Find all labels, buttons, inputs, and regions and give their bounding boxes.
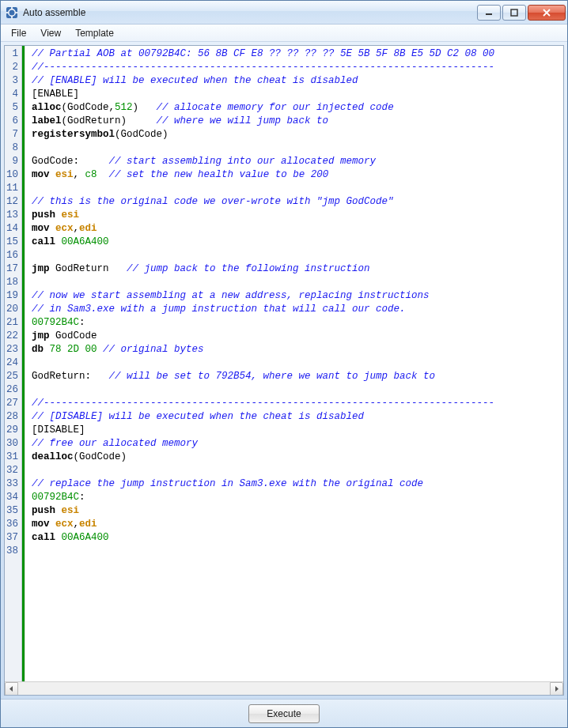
line-number: 35 xyxy=(6,504,18,518)
code-line[interactable]: dealloc(GodCode) xyxy=(32,451,563,464)
line-number: 24 xyxy=(6,356,18,370)
code-line[interactable]: // free our allocated memory xyxy=(32,437,563,451)
code-line[interactable] xyxy=(32,141,563,155)
code-line[interactable]: //--------------------------------------… xyxy=(32,61,563,74)
menu-file[interactable]: File xyxy=(4,25,33,41)
line-number: 11 xyxy=(6,182,18,195)
line-number: 21 xyxy=(6,316,18,330)
app-icon xyxy=(6,6,18,19)
line-number: 27 xyxy=(6,397,18,410)
scroll-left-arrow[interactable] xyxy=(5,682,18,696)
code-line[interactable]: GodCode: // start assembling into our al… xyxy=(32,155,563,168)
code-line[interactable]: jmp GodReturn // jump back to the follow… xyxy=(32,262,563,276)
code-line[interactable]: // in Sam3.exe with a jump instruction t… xyxy=(32,303,563,316)
window-controls xyxy=(475,5,566,21)
code-line[interactable]: [DISABLE] xyxy=(32,424,563,437)
code-line[interactable]: // Partial AOB at 00792B4C: 56 8B CF E8 … xyxy=(32,47,563,61)
footer: Execute xyxy=(1,699,567,727)
line-number: 29 xyxy=(6,424,18,437)
code-line[interactable]: push esi xyxy=(32,504,563,518)
line-number: 17 xyxy=(6,262,18,276)
code-line[interactable] xyxy=(32,182,563,195)
code-line[interactable]: // now we start assembling at a new addr… xyxy=(32,289,563,303)
svg-rect-7 xyxy=(511,9,517,16)
svg-rect-3 xyxy=(11,16,13,18)
code-line[interactable]: GodReturn: // will be set to 792B54, whe… xyxy=(32,370,563,383)
line-number: 1 xyxy=(6,47,18,61)
code-line[interactable]: // this is the original code we over-wro… xyxy=(32,195,563,209)
code-line[interactable] xyxy=(32,383,563,397)
line-number: 38 xyxy=(6,545,18,558)
code-line[interactable]: alloc(GodCode,512) // allocate memory fo… xyxy=(32,101,563,115)
horizontal-scrollbar[interactable] xyxy=(5,681,563,695)
scroll-right-arrow[interactable] xyxy=(550,682,563,696)
line-number: 30 xyxy=(6,437,18,451)
line-number: 14 xyxy=(6,222,18,236)
line-number: 23 xyxy=(6,343,18,356)
menu-view[interactable]: View xyxy=(33,25,68,41)
auto-assemble-window: Auto assemble File View Template 1234567… xyxy=(0,0,568,728)
line-number: 33 xyxy=(6,477,18,491)
line-number: 6 xyxy=(6,115,18,128)
line-number: 19 xyxy=(6,289,18,303)
close-button[interactable] xyxy=(528,5,566,21)
line-number: 5 xyxy=(6,101,18,115)
code-editor[interactable]: // Partial AOB at 00792B4C: 56 8B CF E8 … xyxy=(25,46,563,681)
code-line[interactable] xyxy=(32,545,563,558)
line-number: 9 xyxy=(6,155,18,168)
line-number: 31 xyxy=(6,451,18,464)
titlebar[interactable]: Auto assemble xyxy=(1,1,567,25)
menu-template[interactable]: Template xyxy=(68,25,121,41)
line-number: 16 xyxy=(6,249,18,262)
line-number: 34 xyxy=(6,491,18,504)
line-number: 36 xyxy=(6,518,18,531)
code-line[interactable]: call 00A6A400 xyxy=(32,531,563,545)
window-title: Auto assemble xyxy=(23,7,475,18)
svg-rect-2 xyxy=(11,6,13,9)
line-number: 28 xyxy=(6,410,18,424)
svg-rect-6 xyxy=(486,13,492,15)
code-line[interactable]: db 78 2D 00 // original bytes xyxy=(32,343,563,356)
svg-rect-4 xyxy=(6,12,9,13)
line-number: 2 xyxy=(6,61,18,74)
code-line[interactable]: 00792B4C: xyxy=(32,316,563,330)
code-line[interactable]: push esi xyxy=(32,209,563,222)
line-number: 37 xyxy=(6,531,18,545)
code-line[interactable] xyxy=(32,356,563,370)
code-line[interactable]: // [DISABLE] will be executed when the c… xyxy=(32,410,563,424)
line-number: 7 xyxy=(6,128,18,141)
code-line[interactable]: // replace the jump instruction in Sam3.… xyxy=(32,477,563,491)
code-line[interactable]: 00792B4C: xyxy=(32,491,563,504)
code-line[interactable]: [ENABLE] xyxy=(32,88,563,101)
maximize-button[interactable] xyxy=(502,5,526,21)
line-number: 8 xyxy=(6,141,18,155)
code-line[interactable] xyxy=(32,276,563,289)
code-line[interactable]: jmp GodCode xyxy=(32,330,563,343)
execute-button[interactable]: Execute xyxy=(248,704,320,723)
svg-rect-5 xyxy=(15,12,17,13)
code-line[interactable]: registersymbol(GodCode) xyxy=(32,128,563,141)
line-number: 22 xyxy=(6,330,18,343)
minimize-button[interactable] xyxy=(477,5,501,21)
editor-scroll[interactable]: 1234567891011121314151617181920212223242… xyxy=(5,46,563,681)
line-number: 15 xyxy=(6,236,18,249)
code-line[interactable]: //--------------------------------------… xyxy=(32,397,563,410)
code-line[interactable]: call 00A6A400 xyxy=(32,236,563,249)
line-number: 26 xyxy=(6,383,18,397)
line-number: 25 xyxy=(6,370,18,383)
code-line[interactable]: mov esi, c8 // set the new health value … xyxy=(32,168,563,182)
line-number: 20 xyxy=(6,303,18,316)
code-line[interactable] xyxy=(32,464,563,477)
code-line[interactable]: label(GodReturn) // where we will jump b… xyxy=(32,115,563,128)
menubar: File View Template xyxy=(1,25,567,42)
editor-area: 1234567891011121314151617181920212223242… xyxy=(4,45,564,696)
code-line[interactable]: mov ecx,edi xyxy=(32,518,563,531)
line-number: 4 xyxy=(6,88,18,101)
line-number: 3 xyxy=(6,74,18,88)
code-line[interactable]: // [ENABLE] will be executed when the ch… xyxy=(32,74,563,88)
line-number: 13 xyxy=(6,209,18,222)
code-line[interactable] xyxy=(32,249,563,262)
line-number: 32 xyxy=(6,464,18,477)
code-line[interactable]: mov ecx,edi xyxy=(32,222,563,236)
line-gutter: 1234567891011121314151617181920212223242… xyxy=(5,46,22,681)
